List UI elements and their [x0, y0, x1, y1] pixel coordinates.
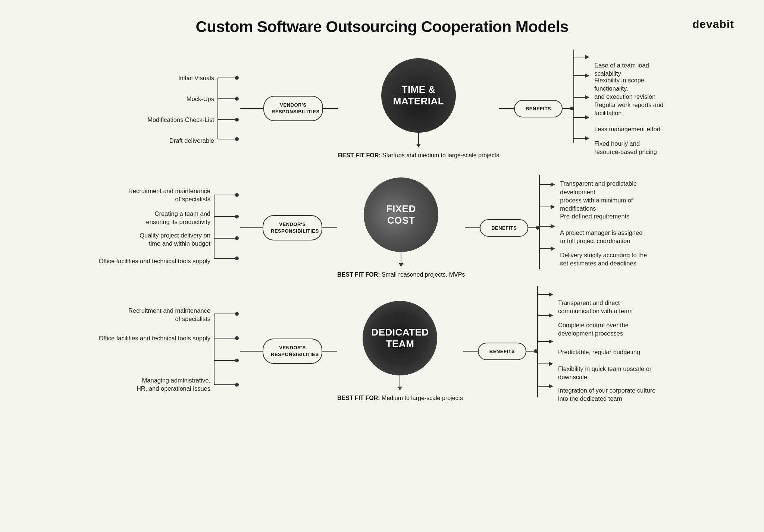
circle-label-tm: TIME &MATERIAL [393, 84, 444, 107]
left-item-fc-2: Creating a team andensuring its producti… [146, 207, 210, 229]
left-col-tm: Initial Visuals Mock-Ups Modifications C… [98, 67, 240, 149]
right-lines-dt [538, 286, 717, 406]
benefits-dot-fc [536, 226, 539, 230]
svg-marker-11 [585, 55, 589, 59]
model-row-tm: Initial Visuals Mock-Ups Modifications C… [84, 58, 680, 159]
vert-line-fc [401, 252, 401, 263]
connector-line-right-tm [563, 108, 570, 109]
section-fixed-cost: Recruitment and maintenanceof specialist… [84, 177, 680, 278]
benefits-box-tm: BENEFITS [514, 100, 563, 117]
svg-marker-15 [585, 95, 589, 100]
right-col-dt: Transparent and directcommunication with… [538, 297, 666, 406]
right-lines-tm [574, 50, 753, 154]
circle-fc: FIXEDCOST [364, 177, 438, 252]
page-title: Custom Software Outsourcing Cooperation … [0, 18, 764, 36]
center-col-fc: FIXEDCOST BEST FIT FOR: Small reasoned p… [337, 177, 465, 278]
svg-marker-37 [551, 246, 555, 251]
svg-point-27 [235, 236, 239, 240]
center-col-dt: DEDICATEDTEAM BEST FIT FOR: Medium to la… [337, 301, 463, 402]
right-col-tm: Ease of a team load scalability Flexibil… [574, 61, 666, 156]
left-col-dt: Recruitment and maintenanceof specialist… [98, 303, 240, 400]
best-fit-dt: BEST FIT FOR: Medium to large-scale proj… [337, 395, 463, 402]
best-fit-fc: BEST FIT FOR: Small reasoned projects, M… [337, 271, 465, 278]
left-items-tm: Initial Visuals Mock-Ups Modifications C… [98, 67, 214, 151]
svg-marker-49 [549, 292, 553, 297]
svg-marker-35 [551, 224, 555, 229]
vert-line-tm [418, 133, 419, 144]
svg-point-26 [235, 215, 239, 218]
vendor-box-tm: VENDOR'SRESPONSIBILITIES [263, 96, 323, 121]
vendor-box-fc: VENDOR'SRESPONSIBILITIES [263, 215, 322, 240]
vert-arrow-fc [399, 263, 403, 267]
diagram-container: Initial Visuals Mock-Ups Modifications C… [84, 58, 680, 406]
center-connector-right-fc: BENEFITS [465, 219, 539, 237]
svg-point-8 [235, 137, 239, 141]
left-item-fc-1: Recruitment and maintenanceof specialist… [128, 183, 210, 207]
svg-point-46 [235, 383, 239, 387]
brand-logo: devabit [692, 18, 734, 31]
benefits-dot-tm [570, 107, 574, 110]
center-connector-right-dt: BENEFITS [463, 343, 538, 360]
left-col-fc: Recruitment and maintenanceof specialist… [98, 183, 240, 273]
circle-dt: DEDICATEDTEAM [363, 301, 437, 375]
model-row-fc: Recruitment and maintenanceof specialist… [84, 177, 680, 278]
vert-line-dt [400, 375, 400, 387]
svg-marker-19 [585, 136, 589, 141]
vert-arrow-dt [398, 387, 402, 390]
benefits-dot-dt [534, 349, 538, 353]
circle-label-fc: FIXEDCOST [386, 203, 416, 226]
svg-marker-53 [549, 339, 553, 344]
svg-point-44 [235, 336, 239, 340]
left-item-dt-2: Office facilities and technical tools su… [98, 327, 210, 350]
svg-point-7 [235, 118, 239, 122]
right-lines-fc [539, 175, 718, 279]
svg-point-5 [235, 76, 239, 80]
vert-arrow-tm [416, 144, 421, 148]
left-items-fc: Recruitment and maintenanceof specialist… [98, 183, 210, 272]
left-item-tm-1: Initial Visuals [178, 67, 214, 88]
center-connector-left-tm: VENDOR'SRESPONSIBILITIES [240, 96, 338, 121]
left-item-tm-2: Mock-Ups [187, 88, 214, 109]
svg-marker-17 [585, 115, 589, 120]
left-item-tm-4: Draft deliverable [169, 130, 214, 151]
svg-marker-13 [585, 73, 589, 78]
left-items-dt: Recruitment and maintenanceof specialist… [98, 303, 210, 396]
page-container: Custom Software Outsourcing Cooperation … [0, 18, 764, 406]
svg-marker-55 [549, 362, 553, 366]
connector-line-left-tm [241, 108, 263, 109]
svg-marker-51 [549, 313, 553, 318]
vendor-box-dt: VENDOR'SRESPONSIBILITIES [263, 339, 322, 364]
center-connector-left-dt: VENDOR'SRESPONSIBILITIES [240, 339, 337, 364]
connector-line-mid-tm [323, 108, 338, 109]
center-connector-left-fc: VENDOR'SRESPONSIBILITIES [240, 215, 337, 240]
circle-tm: TIME &MATERIAL [381, 58, 456, 133]
svg-point-43 [235, 312, 239, 316]
svg-marker-57 [549, 384, 553, 388]
left-item-dt-4: Managing administrative,HR, and operatio… [137, 373, 210, 396]
svg-point-28 [235, 256, 239, 260]
right-col-fc: Transparent and predictable developmentp… [539, 185, 666, 270]
svg-marker-31 [551, 182, 555, 187]
svg-point-25 [235, 193, 239, 197]
model-row-dt: Recruitment and maintenanceof specialist… [84, 297, 680, 406]
left-item-dt-1: Recruitment and maintenanceof specialist… [128, 303, 210, 327]
left-item-tm-3: Modifications Check-List [147, 109, 214, 130]
section-dedicated-team: Recruitment and maintenanceof specialist… [84, 297, 680, 406]
best-fit-tm: BEST FIT FOR: Startups and medium to lar… [338, 152, 499, 159]
center-connector-right-tm: BENEFITS [499, 100, 574, 117]
benefits-box-fc: BENEFITS [480, 219, 528, 237]
svg-point-45 [235, 359, 239, 362]
left-item-fc-3: Quality project delivery ontime and with… [140, 229, 210, 250]
center-col-tm: TIME &MATERIAL BEST FIT FOR: Startups an… [338, 58, 499, 159]
circle-label-dt: DEDICATEDTEAM [371, 327, 429, 350]
svg-point-6 [235, 97, 239, 101]
section-time-material: Initial Visuals Mock-Ups Modifications C… [84, 58, 680, 159]
connector-line-mid2-tm [499, 108, 514, 109]
svg-marker-33 [551, 205, 555, 209]
benefits-box-dt: BENEFITS [478, 343, 526, 360]
left-item-fc-4: Office facilities and technical tools su… [98, 250, 210, 272]
